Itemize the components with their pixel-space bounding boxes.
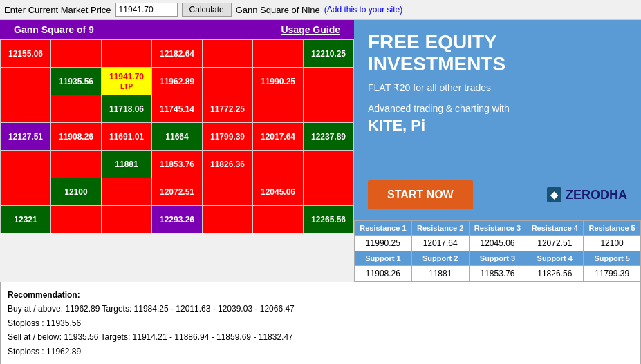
grid-cell: 11664 (152, 123, 203, 151)
grid-cell: 11853.76 (152, 151, 203, 178)
grid-cell: 12293.26 (152, 206, 203, 233)
resistance-header-row: Resistance 1 Resistance 2 Resistance 3 R… (355, 221, 641, 236)
support-3-value: 11853.76 (469, 266, 526, 282)
grid-cell: 12045.06 (253, 178, 304, 206)
resistance-2-value: 12017.64 (411, 236, 469, 251)
resistance-value-row: 11990.25 12017.64 12045.06 12072.51 1210… (355, 236, 641, 251)
start-now-button[interactable]: START NOW (368, 180, 473, 209)
calculate-button[interactable]: Calculate (182, 3, 232, 17)
grid-cell (51, 151, 102, 178)
grid-cell (253, 206, 304, 233)
table-row: 12127.5111908.2611691.011166411799.39120… (1, 123, 354, 151)
grid-cell: 12100 (51, 178, 102, 206)
gann-grid: 12155.0612182.6412210.2511935.5611941.70… (0, 39, 354, 233)
resistance-2-header: Resistance 2 (411, 221, 469, 236)
table-row: 12155.0612182.6412210.25 (1, 40, 354, 68)
support-3-header: Support 3 (469, 251, 526, 266)
grid-cell (304, 68, 354, 95)
grid-cell: 12017.64 (253, 123, 304, 151)
ad-title: FREE EQUITYINVESTMENTS (368, 31, 627, 75)
grid-cell (1, 151, 51, 178)
grid-cell: 12072.51 (152, 178, 203, 206)
table-row: 1232112293.2612265.56 (1, 206, 354, 233)
usage-guide-link[interactable]: Usage Guide (281, 24, 340, 35)
ad-box: FREE EQUITYINVESTMENTS FLAT ₹20 for all … (354, 20, 641, 220)
resistance-1-value: 11990.25 (355, 236, 412, 251)
recommendation-box: Recommendation: Buy at / above: 11962.89… (0, 282, 641, 364)
grid-cell: 11691.01 (102, 123, 152, 151)
grid-cell (203, 68, 253, 95)
grid-cell: 12182.64 (152, 40, 203, 68)
main-container: Gann Square of 9 Usage Guide 12155.06121… (0, 20, 641, 282)
grid-cell: 11935.56 (51, 68, 102, 95)
grid-cell (304, 178, 354, 206)
market-price-input[interactable] (115, 3, 178, 17)
grid-cell: 11962.89 (152, 68, 203, 95)
grid-cell (1, 178, 51, 206)
grid-cell (51, 40, 102, 68)
grid-cell (51, 206, 102, 233)
grid-cell (203, 40, 253, 68)
grid-cell: 12155.06 (1, 40, 51, 68)
grid-cell (102, 206, 152, 233)
grid-cell (253, 40, 304, 68)
gann-title: Gann Square of Nine (236, 5, 320, 15)
grid-cell: 11799.39 (203, 123, 253, 151)
grid-cell: 11826.36 (203, 151, 253, 178)
grid-cell (102, 40, 152, 68)
support-1-value: 11908.26 (355, 266, 412, 282)
grid-cell (203, 206, 253, 233)
support-1-header: Support 1 (355, 251, 412, 266)
recommendation-line4: Stoploss : 11962.89 (8, 345, 633, 358)
ad-bottom: START NOW ◆ ZERODHA (368, 180, 627, 209)
support-4-header: Support 4 (526, 251, 584, 266)
support-2-header: Support 2 (411, 251, 469, 266)
resistance-4-value: 12072.51 (526, 236, 584, 251)
grid-cell (253, 95, 304, 123)
grid-cell: 11772.25 (203, 95, 253, 123)
grid-cell: 11881 (102, 151, 152, 178)
add-to-site-link[interactable]: (Add this to your site) (324, 5, 402, 15)
grid-cell: 12127.51 (1, 123, 51, 151)
left-section: Gann Square of 9 Usage Guide 12155.06121… (0, 20, 354, 282)
resistance-3-value: 12045.06 (469, 236, 526, 251)
resistance-1-header: Resistance 1 (355, 221, 412, 236)
gann-header-title: Gann Square of 9 (14, 24, 94, 35)
grid-cell: 11745.14 (152, 95, 203, 123)
grid-cell (253, 151, 304, 178)
market-price-label: Enter Current Market Price (4, 5, 111, 15)
grid-header: Gann Square of 9 Usage Guide (0, 20, 354, 39)
table-row: 11935.5611941.70LTP11962.8911990.25 (1, 68, 354, 95)
support-header-row: Support 1 Support 2 Support 3 Support 4 … (355, 251, 641, 266)
grid-cell: 12265.56 (304, 206, 354, 233)
table-row: 1188111853.7611826.36 (1, 151, 354, 178)
right-section: FREE EQUITYINVESTMENTS FLAT ₹20 for all … (354, 20, 641, 282)
recommendation-line3: Sell at / below: 11935.56 Targets: 11914… (8, 330, 633, 344)
grid-cell (1, 68, 51, 95)
grid-cell (1, 95, 51, 123)
resistance-5-value: 12100 (584, 236, 641, 251)
resistance-4-header: Resistance 4 (526, 221, 584, 236)
grid-cell (102, 178, 152, 206)
table-row: 11718.0611745.1411772.25 (1, 95, 354, 123)
top-bar: Enter Current Market Price Calculate Gan… (0, 0, 641, 20)
grid-cell: 11908.26 (51, 123, 102, 151)
zerodha-icon: ◆ (547, 187, 561, 202)
grid-cell: 12321 (1, 206, 51, 233)
recommendation-title: Recommendation: (8, 288, 633, 302)
recommendation-line1: Buy at / above: 11962.89 Targets: 11984.… (8, 302, 633, 316)
support-5-header: Support 5 (584, 251, 641, 266)
support-value-row: 11908.26 11881 11853.76 11826.56 11799.3… (355, 266, 641, 282)
grid-cell (51, 95, 102, 123)
ad-kite: KITE, Pi (368, 117, 627, 135)
grid-cell: 11990.25 (253, 68, 304, 95)
resistance-support-table: Resistance 1 Resistance 2 Resistance 3 R… (354, 220, 641, 282)
grid-cell (304, 151, 354, 178)
support-2-value: 11881 (411, 266, 469, 282)
grid-cell (304, 95, 354, 123)
support-5-value: 11799.39 (584, 266, 641, 282)
support-4-value: 11826.56 (526, 266, 584, 282)
resistance-3-header: Resistance 3 (469, 221, 526, 236)
recommendation-line2: Stoploss : 11935.56 (8, 316, 633, 330)
grid-cell: 11941.70LTP (102, 68, 152, 95)
